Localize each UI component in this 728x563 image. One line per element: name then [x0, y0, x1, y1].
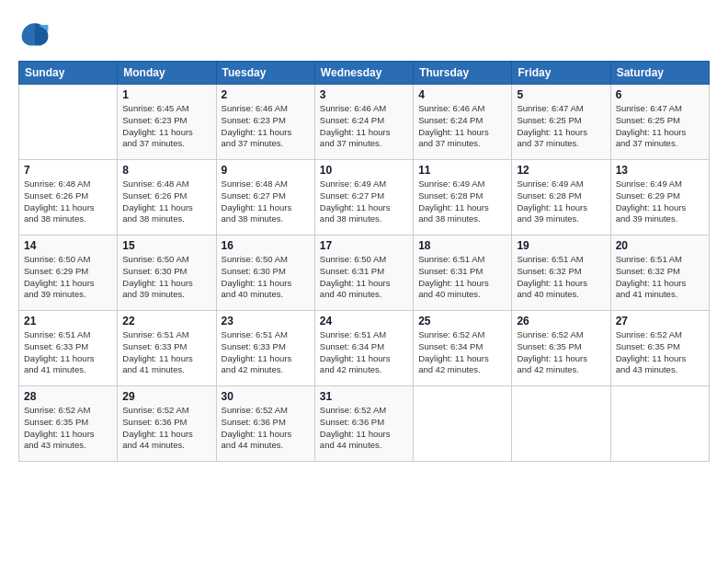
- day-number: 12: [517, 164, 605, 177]
- day-number: 1: [122, 88, 210, 101]
- calendar-cell: 31Sunrise: 6:52 AM Sunset: 6:36 PM Dayli…: [314, 386, 413, 462]
- day-info: Sunrise: 6:50 AM Sunset: 6:29 PM Dayligh…: [24, 254, 112, 301]
- day-number: 2: [222, 88, 310, 101]
- day-number: 21: [24, 315, 112, 327]
- day-number: 30: [222, 390, 310, 403]
- day-info: Sunrise: 6:47 AM Sunset: 6:25 PM Dayligh…: [616, 103, 704, 150]
- day-info: Sunrise: 6:52 AM Sunset: 6:34 PM Dayligh…: [418, 329, 506, 376]
- calendar-cell: 29Sunrise: 6:52 AM Sunset: 6:36 PM Dayli…: [118, 386, 216, 462]
- weekday-header-sunday: Sunday: [19, 62, 118, 85]
- day-number: 16: [222, 239, 310, 252]
- day-info: Sunrise: 6:50 AM Sunset: 6:31 PM Dayligh…: [320, 254, 408, 301]
- day-number: 5: [517, 88, 605, 101]
- day-info: Sunrise: 6:49 AM Sunset: 6:28 PM Dayligh…: [418, 178, 506, 225]
- day-info: Sunrise: 6:51 AM Sunset: 6:32 PM Dayligh…: [517, 254, 605, 301]
- calendar-cell: 18Sunrise: 6:51 AM Sunset: 6:31 PM Dayli…: [414, 236, 512, 311]
- day-info: Sunrise: 6:51 AM Sunset: 6:34 PM Dayligh…: [320, 329, 408, 376]
- day-info: Sunrise: 6:46 AM Sunset: 6:23 PM Dayligh…: [222, 103, 310, 150]
- calendar-cell: 4Sunrise: 6:46 AM Sunset: 6:24 PM Daylig…: [414, 85, 512, 160]
- calendar-cell: 30Sunrise: 6:52 AM Sunset: 6:36 PM Dayli…: [216, 386, 314, 462]
- logo-icon: [18, 17, 51, 50]
- day-info: Sunrise: 6:52 AM Sunset: 6:35 PM Dayligh…: [517, 329, 605, 376]
- calendar-cell: 5Sunrise: 6:47 AM Sunset: 6:25 PM Daylig…: [512, 85, 610, 160]
- day-number: 17: [320, 239, 408, 252]
- day-number: 25: [418, 315, 506, 327]
- day-number: 31: [320, 390, 408, 403]
- weekday-header-tuesday: Tuesday: [216, 62, 314, 85]
- header: [18, 17, 710, 50]
- weekday-header-wednesday: Wednesday: [314, 62, 413, 85]
- calendar-cell: [610, 386, 709, 462]
- day-number: 14: [24, 239, 112, 252]
- day-info: Sunrise: 6:48 AM Sunset: 6:26 PM Dayligh…: [122, 178, 210, 225]
- calendar-cell: 11Sunrise: 6:49 AM Sunset: 6:28 PM Dayli…: [414, 160, 512, 236]
- day-number: 15: [122, 239, 210, 252]
- day-number: 29: [122, 390, 210, 403]
- calendar-cell: 12Sunrise: 6:49 AM Sunset: 6:28 PM Dayli…: [512, 160, 610, 236]
- calendar-cell: 17Sunrise: 6:50 AM Sunset: 6:31 PM Dayli…: [314, 236, 413, 311]
- day-info: Sunrise: 6:52 AM Sunset: 6:36 PM Dayligh…: [122, 405, 210, 452]
- day-info: Sunrise: 6:49 AM Sunset: 6:28 PM Dayligh…: [517, 178, 605, 225]
- day-info: Sunrise: 6:51 AM Sunset: 6:32 PM Dayligh…: [616, 254, 704, 301]
- day-number: 18: [418, 239, 506, 252]
- calendar-cell: 26Sunrise: 6:52 AM Sunset: 6:35 PM Dayli…: [512, 311, 610, 386]
- calendar-cell: 21Sunrise: 6:51 AM Sunset: 6:33 PM Dayli…: [19, 311, 118, 386]
- day-info: Sunrise: 6:52 AM Sunset: 6:35 PM Dayligh…: [616, 329, 704, 376]
- calendar-cell: 2Sunrise: 6:46 AM Sunset: 6:23 PM Daylig…: [216, 85, 314, 160]
- day-info: Sunrise: 6:52 AM Sunset: 6:35 PM Dayligh…: [24, 405, 112, 452]
- calendar-cell: 25Sunrise: 6:52 AM Sunset: 6:34 PM Dayli…: [414, 311, 512, 386]
- weekday-header-friday: Friday: [512, 62, 610, 85]
- calendar-cell: 6Sunrise: 6:47 AM Sunset: 6:25 PM Daylig…: [610, 85, 709, 160]
- calendar-cell: 3Sunrise: 6:46 AM Sunset: 6:24 PM Daylig…: [314, 85, 413, 160]
- logo: [18, 17, 55, 50]
- calendar-cell: 15Sunrise: 6:50 AM Sunset: 6:30 PM Dayli…: [118, 236, 216, 311]
- calendar-cell: 22Sunrise: 6:51 AM Sunset: 6:33 PM Dayli…: [118, 311, 216, 386]
- calendar-cell: 27Sunrise: 6:52 AM Sunset: 6:35 PM Dayli…: [610, 311, 709, 386]
- calendar-cell: 19Sunrise: 6:51 AM Sunset: 6:32 PM Dayli…: [512, 236, 610, 311]
- day-info: Sunrise: 6:49 AM Sunset: 6:29 PM Dayligh…: [616, 178, 704, 225]
- day-info: Sunrise: 6:52 AM Sunset: 6:36 PM Dayligh…: [222, 405, 310, 452]
- day-number: 6: [616, 88, 704, 101]
- calendar-cell: 7Sunrise: 6:48 AM Sunset: 6:26 PM Daylig…: [19, 160, 118, 236]
- calendar-cell: [414, 386, 512, 462]
- day-number: 28: [24, 390, 112, 403]
- day-number: 22: [122, 315, 210, 327]
- calendar-cell: 24Sunrise: 6:51 AM Sunset: 6:34 PM Dayli…: [314, 311, 413, 386]
- calendar-cell: 9Sunrise: 6:48 AM Sunset: 6:27 PM Daylig…: [216, 160, 314, 236]
- calendar-page: SundayMondayTuesdayWednesdayThursdayFrid…: [0, 0, 728, 471]
- weekday-header-monday: Monday: [118, 62, 216, 85]
- day-number: 19: [517, 239, 605, 252]
- day-info: Sunrise: 6:48 AM Sunset: 6:26 PM Dayligh…: [24, 178, 112, 225]
- day-info: Sunrise: 6:51 AM Sunset: 6:33 PM Dayligh…: [24, 329, 112, 376]
- day-number: 27: [616, 315, 704, 327]
- day-info: Sunrise: 6:51 AM Sunset: 6:33 PM Dayligh…: [222, 329, 310, 376]
- day-info: Sunrise: 6:45 AM Sunset: 6:23 PM Dayligh…: [122, 103, 210, 150]
- calendar-cell: 1Sunrise: 6:45 AM Sunset: 6:23 PM Daylig…: [118, 85, 216, 160]
- day-info: Sunrise: 6:50 AM Sunset: 6:30 PM Dayligh…: [122, 254, 210, 301]
- calendar-cell: 28Sunrise: 6:52 AM Sunset: 6:35 PM Dayli…: [19, 386, 118, 462]
- day-info: Sunrise: 6:46 AM Sunset: 6:24 PM Dayligh…: [320, 103, 408, 150]
- calendar-cell: 23Sunrise: 6:51 AM Sunset: 6:33 PM Dayli…: [216, 311, 314, 386]
- day-number: 7: [24, 164, 112, 177]
- calendar-cell: [512, 386, 610, 462]
- calendar-cell: 20Sunrise: 6:51 AM Sunset: 6:32 PM Dayli…: [610, 236, 709, 311]
- calendar-cell: 10Sunrise: 6:49 AM Sunset: 6:27 PM Dayli…: [314, 160, 413, 236]
- calendar-table: SundayMondayTuesdayWednesdayThursdayFrid…: [18, 61, 710, 462]
- day-info: Sunrise: 6:48 AM Sunset: 6:27 PM Dayligh…: [222, 178, 310, 225]
- day-info: Sunrise: 6:50 AM Sunset: 6:30 PM Dayligh…: [222, 254, 310, 301]
- day-info: Sunrise: 6:46 AM Sunset: 6:24 PM Dayligh…: [418, 103, 506, 150]
- weekday-header-saturday: Saturday: [610, 62, 709, 85]
- day-number: 10: [320, 164, 408, 177]
- calendar-cell: 16Sunrise: 6:50 AM Sunset: 6:30 PM Dayli…: [216, 236, 314, 311]
- day-number: 8: [122, 164, 210, 177]
- day-number: 11: [418, 164, 506, 177]
- day-number: 20: [616, 239, 704, 252]
- weekday-header-thursday: Thursday: [414, 62, 512, 85]
- day-number: 3: [320, 88, 408, 101]
- day-info: Sunrise: 6:51 AM Sunset: 6:33 PM Dayligh…: [122, 329, 210, 376]
- day-number: 24: [320, 315, 408, 327]
- day-number: 9: [222, 164, 310, 177]
- day-info: Sunrise: 6:52 AM Sunset: 6:36 PM Dayligh…: [320, 405, 408, 452]
- day-info: Sunrise: 6:47 AM Sunset: 6:25 PM Dayligh…: [517, 103, 605, 150]
- calendar-cell: 8Sunrise: 6:48 AM Sunset: 6:26 PM Daylig…: [118, 160, 216, 236]
